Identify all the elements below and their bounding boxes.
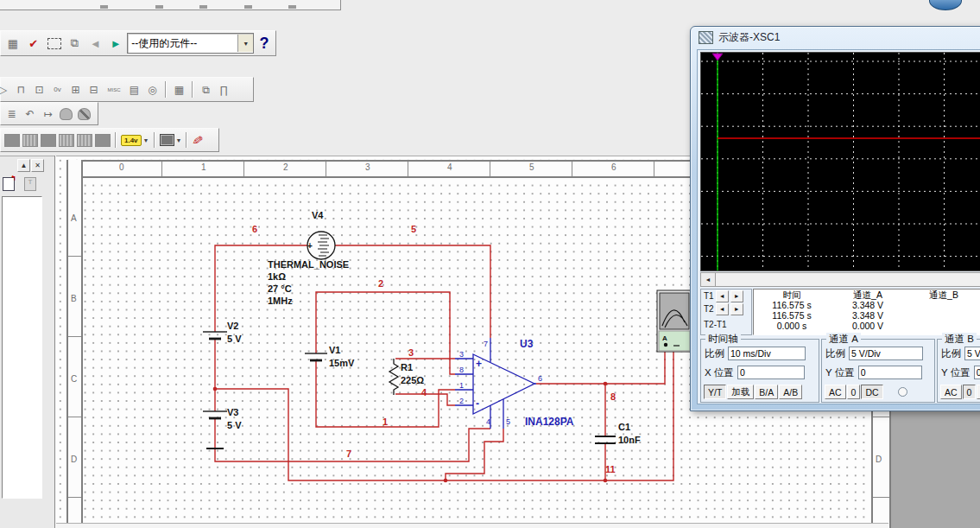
oscilloscope-screen[interactable] <box>700 52 980 271</box>
misc-component-icon[interactable]: MISC <box>104 81 124 98</box>
virtual-battery-icon[interactable]: 1.4v <box>121 135 142 146</box>
net-label-7[interactable]: 7 <box>346 448 351 459</box>
battery-dropdown-arrow[interactable]: ▼ <box>143 137 149 143</box>
misc-digital-component-icon[interactable]: ⊞ <box>67 81 84 98</box>
channel-a-ac-button[interactable]: AC <box>825 385 846 399</box>
ladder-right-icon[interactable]: ↦ <box>40 105 56 122</box>
channel-b-ypos-input[interactable] <box>974 366 980 379</box>
instrument-icon-3[interactable] <box>40 132 56 149</box>
instrument-icon-5[interactable] <box>76 132 92 149</box>
ba-mode-button[interactable]: B/A <box>755 385 778 399</box>
t1-right-button[interactable]: ► <box>730 290 743 302</box>
mcu-component-icon[interactable]: ▦ <box>171 81 187 98</box>
v3-ref-label[interactable]: V3 <box>227 407 238 417</box>
v2-value-label[interactable]: 5 V <box>227 334 242 344</box>
c1-ref-label[interactable]: C1 <box>618 422 630 432</box>
instrument-icon-1[interactable] <box>3 132 20 149</box>
r1-value-label[interactable]: 225Ω <box>401 375 424 385</box>
back-annotate-icon[interactable]: ◄ <box>85 34 104 53</box>
forward-annotate-icon[interactable]: ► <box>106 34 125 53</box>
channel-a-zero-button[interactable]: 0 <box>847 385 861 399</box>
timebase-scale-input[interactable] <box>728 347 806 360</box>
t1-left-button[interactable]: ◄ <box>716 290 729 302</box>
v2-ref-label[interactable]: V2 <box>227 321 238 331</box>
instrument-icon-4[interactable] <box>58 132 74 149</box>
ladder-return-icon[interactable]: ↶ <box>22 105 38 122</box>
oscilloscope-titlebar[interactable]: 示波器-XSC1 <box>691 27 980 48</box>
electromechanical-component-icon[interactable]: ◎ <box>144 81 161 98</box>
v2-battery[interactable] <box>203 332 227 339</box>
power-source-component-icon[interactable]: ⊟ <box>85 81 102 98</box>
design-tree-area[interactable] <box>2 196 42 499</box>
erc-check-icon[interactable]: ✔ <box>24 34 43 53</box>
scrollbar-left-arrow[interactable]: ◄ <box>701 273 716 286</box>
combobox-dropdown-button[interactable]: ▼ <box>237 35 253 52</box>
panel-close-button[interactable]: ✕ <box>31 159 44 172</box>
timebase-xpos-input[interactable] <box>737 366 805 379</box>
r1-resistor[interactable] <box>389 359 398 395</box>
net-label-3[interactable]: 3 <box>408 347 414 358</box>
v4-bandwidth-label[interactable]: 1MHz <box>268 296 293 306</box>
wire-net7[interactable] <box>215 418 490 461</box>
copy-sheet-icon[interactable]: ⧉ <box>66 34 85 53</box>
net-label-11[interactable]: 11 <box>605 464 616 474</box>
v1-value-label[interactable]: 15mV <box>329 358 355 368</box>
wire-net6[interactable] <box>215 245 307 332</box>
v4-model-label[interactable]: THERMAL_NOISE <box>268 259 349 270</box>
channel-b-zero-button[interactable]: 0 <box>963 385 977 399</box>
new-document-icon[interactable]: ↰ <box>3 177 15 191</box>
xsc1-terminal-a[interactable] <box>664 343 667 347</box>
v1-ref-label[interactable]: V1 <box>329 345 340 355</box>
channel-b-dc-button[interactable]: DC <box>977 385 980 399</box>
pan-hand-icon[interactable] <box>58 105 74 122</box>
yt-mode-button[interactable]: Y/T <box>704 385 726 399</box>
in-use-list-combobox[interactable]: --使用的元件-- ▼ <box>127 33 254 54</box>
net-label-6[interactable]: 6 <box>252 224 257 234</box>
ab-mode-button[interactable]: A/B <box>779 385 802 399</box>
net-label-8[interactable]: 8 <box>610 391 616 402</box>
hierarchical-block-icon[interactable]: ⧉ <box>198 81 214 98</box>
schematic-horizontal-scrollbar[interactable] <box>56 523 888 528</box>
cursor-marker-triangle[interactable] <box>712 54 723 60</box>
net-label-2[interactable]: 2 <box>378 278 383 289</box>
wire-output-net8[interactable] <box>536 351 665 384</box>
pan-disabled-icon[interactable] <box>76 105 92 122</box>
trigger-edge-radio[interactable] <box>898 387 907 397</box>
indicator-component-icon[interactable]: 0v <box>49 81 66 98</box>
u3-ref-label[interactable]: U3 <box>520 338 534 350</box>
c1-value-label[interactable]: 10nF <box>618 435 641 445</box>
t2-left-button[interactable]: ◄ <box>716 303 729 315</box>
ladder-left-icon[interactable]: ≣ <box>3 105 20 122</box>
wire-pin5[interactable] <box>446 429 503 480</box>
c1-capacitor[interactable] <box>595 436 616 443</box>
net-label-5[interactable]: 5 <box>411 224 416 234</box>
window-control-partial-button[interactable] <box>929 0 962 10</box>
channel-b-scale-input[interactable] <box>964 347 980 360</box>
channel-a-dc-button[interactable]: DC <box>861 385 882 399</box>
t2-right-button[interactable]: ► <box>730 303 743 315</box>
u3-part-label[interactable]: INA128PA <box>525 416 574 428</box>
v4-resistance-label[interactable]: 1kΩ <box>268 271 286 282</box>
panel-collapse-button[interactable]: ▲ <box>17 159 30 172</box>
instrument-icon-2[interactable] <box>22 132 38 149</box>
measurement-probe-icon[interactable]: ✎ <box>189 133 206 147</box>
v4-temperature-label[interactable]: 27 °C <box>268 283 292 294</box>
channel-a-ypos-input[interactable] <box>858 366 922 379</box>
v1-battery[interactable] <box>305 353 327 360</box>
instrument-icon-6[interactable] <box>94 132 111 149</box>
screen-scrollbar[interactable]: ◄ <box>700 272 980 287</box>
net-label-4[interactable]: 4 <box>421 387 427 398</box>
spreadsheet-view-icon[interactable]: ▦ <box>3 34 22 53</box>
channel-b-ac-button[interactable]: AC <box>940 385 962 399</box>
virtual-chip-icon[interactable] <box>160 134 174 146</box>
v3-battery[interactable] <box>203 411 227 418</box>
channel-a-scale-input[interactable] <box>849 347 923 360</box>
net-label-1[interactable]: 1 <box>383 417 388 427</box>
help-button[interactable]: ? <box>256 35 273 53</box>
v3-value-label[interactable]: 5 V <box>227 420 242 430</box>
selection-rectangle-icon[interactable] <box>45 34 64 53</box>
xsc1-scope-component[interactable] <box>657 290 692 352</box>
chip-dropdown-arrow[interactable]: ▼ <box>176 137 182 143</box>
v4-ref-label[interactable]: V4 <box>312 210 324 220</box>
cmos-component-icon[interactable]: ⊓ <box>13 81 29 98</box>
